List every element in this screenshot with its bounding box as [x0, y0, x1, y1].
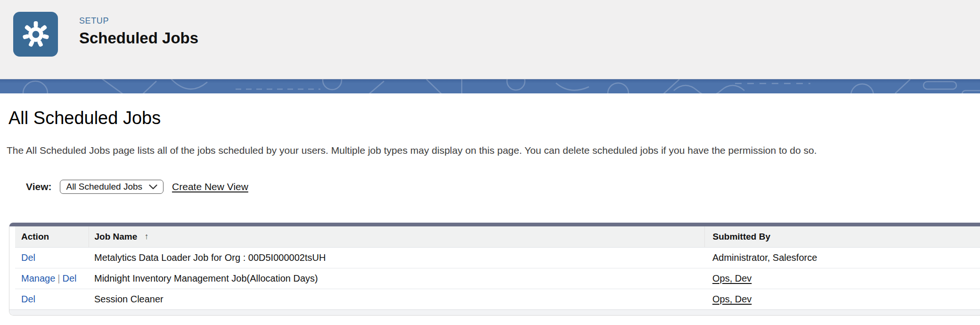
action-cell: Manage|Del	[15, 268, 89, 289]
table-row: DelMetalytics Data Loader Job for Org : …	[15, 247, 980, 268]
action-separator: |	[57, 273, 60, 283]
setup-breadcrumb-label: SETUP	[79, 16, 198, 26]
column-header-action-label: Action	[21, 232, 49, 242]
column-header-job-name[interactable]: Job Name ↑	[89, 226, 704, 247]
action-cell: Del	[15, 289, 89, 309]
table-top-bar	[9, 223, 980, 226]
page-title: Scheduled Jobs	[79, 29, 198, 47]
column-header-submitted-by[interactable]: Submitted By	[704, 226, 980, 247]
submitted-by-link[interactable]: Ops, Dev	[712, 294, 751, 304]
job-name-cell: Metalytics Data Loader Job for Org : 00D…	[89, 247, 704, 268]
scheduled-jobs-table: Action Job Name ↑ Submitted By DelMetaly…	[9, 223, 980, 316]
table-body: DelMetalytics Data Loader Job for Org : …	[15, 247, 980, 309]
table-header-row: Action Job Name ↑ Submitted By	[15, 226, 980, 247]
view-select-dropdown[interactable]: All Scheduled Jobs	[60, 180, 163, 194]
submitted-by-cell: Ops, Dev	[704, 289, 980, 309]
view-controls: View: All Scheduled Jobs Create New View	[26, 180, 980, 194]
table-row: Manage|DelMidnight Inventory Management …	[15, 268, 980, 289]
setup-icon-tile	[13, 12, 58, 57]
page-heading: All Scheduled Jobs	[8, 108, 980, 128]
submitted-by-link[interactable]: Ops, Dev	[712, 273, 751, 283]
submitted-by-cell: Administrator, Salesforce	[704, 247, 980, 268]
chevron-down-icon	[149, 184, 157, 190]
column-header-submitted-by-label: Submitted By	[713, 232, 770, 242]
table-row: DelSession CleanerOps, Dev	[15, 289, 980, 309]
setup-header: SETUP Scheduled Jobs	[0, 0, 980, 79]
page-description: The All Scheduled Jobs page lists all of…	[7, 145, 980, 156]
submitted-by-text: Administrator, Salesforce	[712, 252, 817, 263]
job-name-cell: Midnight Inventory Management Job(Alloca…	[89, 268, 704, 289]
column-header-job-name-label: Job Name	[95, 232, 138, 242]
sort-ascending-icon: ↑	[145, 232, 149, 242]
action-cell: Del	[15, 247, 89, 268]
main-content: All Scheduled Jobs The All Scheduled Job…	[0, 108, 980, 316]
submitted-by-cell: Ops, Dev	[704, 268, 980, 289]
decorative-banner	[0, 79, 980, 93]
scheduled-jobs-page: { "header": { "setup_label": "SETUP", "t…	[0, 0, 980, 325]
gear-icon	[23, 21, 49, 48]
banner-pattern	[0, 79, 980, 93]
create-new-view-link[interactable]: Create New View	[172, 181, 248, 192]
table-inner: Action Job Name ↑ Submitted By DelMetaly…	[9, 226, 980, 309]
job-name-cell: Session Cleaner	[89, 289, 704, 309]
manage-action-link[interactable]: Manage	[21, 273, 55, 283]
column-header-action[interactable]: Action	[15, 226, 89, 247]
del-action-link[interactable]: Del	[21, 252, 35, 263]
del-action-link[interactable]: Del	[21, 294, 35, 304]
header-titles: SETUP Scheduled Jobs	[79, 16, 198, 47]
del-action-link[interactable]: Del	[62, 273, 76, 283]
table-footer	[9, 309, 980, 315]
view-select-value: All Scheduled Jobs	[66, 182, 142, 192]
view-label: View:	[26, 181, 51, 192]
